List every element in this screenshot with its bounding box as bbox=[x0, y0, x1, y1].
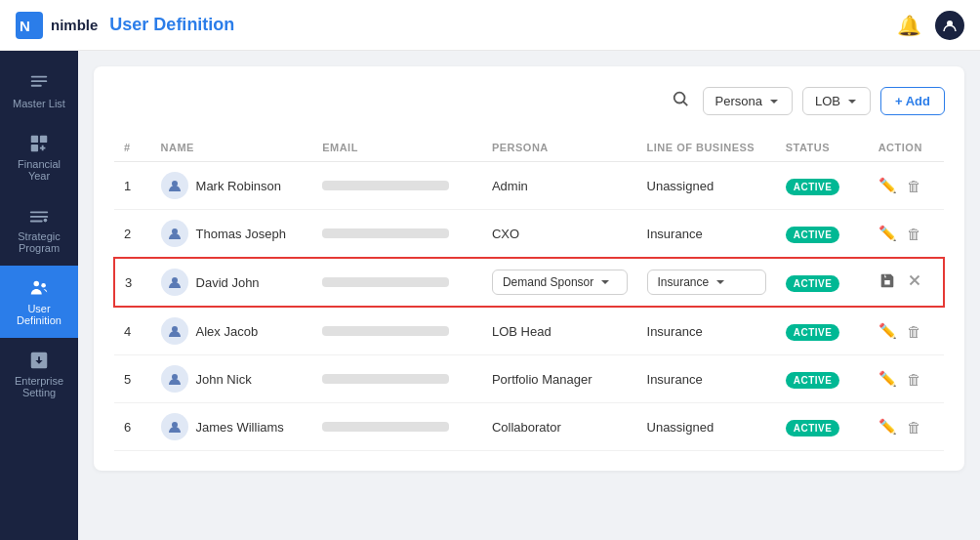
cancel-button[interactable] bbox=[906, 271, 923, 294]
row-email bbox=[312, 403, 482, 451]
save-button[interactable] bbox=[878, 271, 896, 294]
email-blurred bbox=[322, 181, 449, 190]
user-name: John Nick bbox=[196, 372, 252, 387]
lob-filter[interactable]: LOB bbox=[802, 87, 871, 115]
row-persona: Portfolio Manager bbox=[482, 355, 637, 403]
row-persona: Admin bbox=[482, 162, 637, 210]
sidebar-item-label: User Definition bbox=[8, 303, 70, 326]
row-status: ACTIVE bbox=[776, 210, 869, 259]
edit-icon[interactable]: ✏️ bbox=[878, 225, 897, 242]
row-num: 1 bbox=[114, 162, 151, 210]
user-avatar bbox=[161, 172, 188, 199]
status-badge: ACTIVE bbox=[786, 420, 840, 436]
row-lob: Insurance bbox=[637, 355, 776, 403]
content-area: Persona LOB + Add # NAME EMAIL bbox=[78, 51, 980, 540]
col-header-lob: LINE OF BUSINESS bbox=[637, 134, 776, 162]
delete-icon[interactable]: 🗑 bbox=[907, 226, 921, 242]
row-action: ✏️ 🗑 bbox=[869, 210, 944, 259]
chevron-down-icon bbox=[715, 276, 726, 288]
row-lob: Unassigned bbox=[637, 162, 776, 210]
persona-dropdown[interactable]: Demand Sponsor bbox=[492, 270, 628, 295]
row-lob: Insurance bbox=[637, 210, 776, 259]
user-avatar bbox=[161, 317, 188, 345]
row-name: James Williams bbox=[151, 403, 313, 451]
svg-rect-11 bbox=[30, 221, 43, 223]
row-status: ACTIVE bbox=[776, 258, 869, 307]
sidebar-item-enterprise-setting[interactable]: Enterprise Setting bbox=[0, 338, 78, 410]
page-title: User Definition bbox=[109, 15, 234, 35]
svg-point-13 bbox=[34, 281, 40, 287]
row-name: Thomas Joseph bbox=[151, 210, 313, 259]
col-header-num: # bbox=[114, 134, 151, 162]
user-name: Alex Jacob bbox=[196, 324, 259, 339]
row-action: ✏️ 🗑 bbox=[869, 355, 944, 403]
row-email bbox=[312, 258, 482, 307]
email-blurred bbox=[322, 228, 449, 238]
row-name: Mark Robinson bbox=[151, 162, 313, 210]
table-header-row: # NAME EMAIL PERSONA LINE OF BUSINESS ST… bbox=[114, 134, 944, 162]
logo-area: N nimble bbox=[16, 12, 98, 39]
table-row: 1 Mark Robinson Admin Unassigned ACTIVE bbox=[114, 162, 944, 210]
email-blurred bbox=[322, 326, 449, 336]
sidebar-item-user-definition[interactable]: User Definition bbox=[0, 266, 78, 338]
notification-icon[interactable]: 🔔 bbox=[897, 14, 921, 37]
action-icons: ✏️ 🗑 bbox=[878, 322, 934, 340]
row-num: 5 bbox=[114, 355, 151, 403]
row-email bbox=[312, 355, 482, 403]
col-header-persona: PERSONA bbox=[482, 134, 637, 162]
row-num: 6 bbox=[114, 403, 151, 451]
row-lob[interactable]: Insurance bbox=[637, 258, 776, 307]
row-num: 3 bbox=[114, 258, 151, 307]
lob-dropdown[interactable]: Insurance bbox=[647, 270, 766, 295]
row-action: ✏️ 🗑 bbox=[869, 162, 944, 210]
main-layout: Master List Financial Year Strategic Pro… bbox=[0, 51, 980, 540]
svg-rect-6 bbox=[31, 136, 38, 143]
user-avatar bbox=[161, 269, 188, 296]
row-action: ✏️ 🗑 bbox=[869, 307, 944, 355]
row-email bbox=[312, 162, 482, 210]
row-name: John Nick bbox=[151, 355, 313, 403]
row-email bbox=[312, 210, 482, 259]
table-row: 4 Alex Jacob LOB Head Insurance ACTIVE ✏ bbox=[114, 307, 944, 355]
svg-rect-8 bbox=[31, 145, 38, 151]
table-row: 5 John Nick Portfolio Manager Insurance … bbox=[114, 355, 944, 403]
status-badge: ACTIVE bbox=[786, 324, 840, 341]
svg-rect-5 bbox=[31, 85, 42, 87]
chevron-down-icon bbox=[599, 276, 611, 288]
user-name: James Williams bbox=[196, 420, 284, 435]
persona-filter[interactable]: Persona bbox=[703, 87, 793, 115]
svg-rect-9 bbox=[30, 211, 48, 213]
add-button[interactable]: + Add bbox=[880, 87, 945, 115]
sidebar-item-master-list[interactable]: Master List bbox=[0, 61, 78, 121]
svg-text:N: N bbox=[20, 18, 30, 34]
status-badge: ACTIVE bbox=[786, 275, 840, 292]
status-badge: ACTIVE bbox=[786, 227, 840, 243]
svg-rect-4 bbox=[31, 80, 48, 82]
row-status: ACTIVE bbox=[776, 403, 869, 451]
row-num: 2 bbox=[114, 210, 151, 259]
user-avatar bbox=[161, 413, 188, 440]
action-icons: ✏️ 🗑 bbox=[878, 370, 934, 388]
search-button[interactable] bbox=[668, 86, 693, 116]
sidebar: Master List Financial Year Strategic Pro… bbox=[0, 51, 78, 540]
svg-point-14 bbox=[41, 283, 46, 288]
delete-icon[interactable]: 🗑 bbox=[907, 178, 921, 194]
avatar[interactable] bbox=[935, 11, 964, 40]
delete-icon[interactable]: 🗑 bbox=[907, 419, 921, 436]
col-header-status: STATUS bbox=[776, 134, 869, 162]
edit-icon[interactable]: ✏️ bbox=[878, 177, 897, 194]
svg-line-16 bbox=[683, 102, 687, 105]
user-name: Mark Robinson bbox=[196, 179, 281, 193]
col-header-action: ACTION bbox=[869, 134, 944, 162]
email-blurred bbox=[322, 374, 449, 384]
user-table: # NAME EMAIL PERSONA LINE OF BUSINESS ST… bbox=[113, 134, 945, 451]
row-persona[interactable]: Demand Sponsor bbox=[482, 258, 637, 307]
delete-icon[interactable]: 🗑 bbox=[907, 323, 921, 340]
delete-icon[interactable]: 🗑 bbox=[907, 371, 921, 388]
edit-icon[interactable]: ✏️ bbox=[878, 370, 897, 388]
user-name: Thomas Joseph bbox=[196, 227, 287, 241]
sidebar-item-strategic-program[interactable]: Strategic Program bbox=[0, 193, 78, 266]
edit-icon[interactable]: ✏️ bbox=[878, 322, 897, 340]
edit-icon[interactable]: ✏️ bbox=[878, 418, 897, 436]
sidebar-item-financial-year[interactable]: Financial Year bbox=[0, 121, 78, 193]
